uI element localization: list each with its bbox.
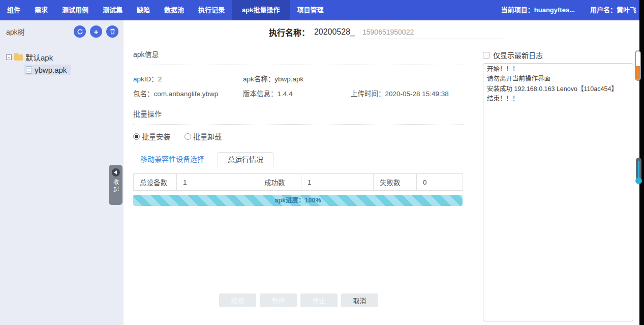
radio-batch-install-label: 批量安装 xyxy=(142,131,170,141)
latest-log-checkbox-row[interactable]: 仅显示最新日志 xyxy=(483,50,633,60)
scrollbar-marker-dot[interactable] xyxy=(635,178,642,184)
refresh-button[interactable] xyxy=(74,25,86,38)
success-count-label: 成功数 xyxy=(258,174,301,191)
progress-label: apk进度：100% xyxy=(274,197,321,204)
current-project-label[interactable]: 当前项目：huangyftes... xyxy=(494,0,582,20)
nav-item-requirements[interactable]: 需求 xyxy=(27,0,55,20)
log-line: 开始！！！ xyxy=(487,65,629,74)
tab-device-selection[interactable]: 移动兼容性设备选择 xyxy=(133,152,211,167)
upload-time-field: 上传时间：2020-05-28 15:49:38 xyxy=(351,88,464,98)
stats-row: 总设备数 1 成功数 1 失败数 0 xyxy=(134,174,463,191)
batch-mode-radios: 批量安装 批量卸载 xyxy=(133,131,464,141)
stats-table: 总设备数 1 成功数 1 失败数 0 xyxy=(133,173,463,191)
tree-node-ybwp-apk[interactable]: ybwp.apk xyxy=(24,65,71,75)
radio-batch-uninstall[interactable]: 批量卸载 xyxy=(185,131,222,141)
execution-name-prefix: 20200528_ xyxy=(314,27,355,37)
failure-count-label: 失败数 xyxy=(374,174,417,191)
action-buttons: 继续 暂停 停止 取消 xyxy=(219,293,378,307)
collapse-label: 收起 xyxy=(112,179,120,194)
log-output[interactable]: 开始！！！ 请勿离开当前操作界面 安装成功 192.168.0.163 Leno… xyxy=(483,63,633,321)
execution-name-label: 执行名称： xyxy=(269,26,310,38)
failure-count-value: 0 xyxy=(417,174,463,191)
spacer xyxy=(351,73,464,83)
top-navbar: 组件 需求 测试用例 测试集 缺陷 数据池 执行记录 apk批量操作 项目管理 … xyxy=(0,0,644,20)
refresh-icon xyxy=(77,28,83,35)
scrollbar-thumb-orange-fill xyxy=(636,66,640,80)
apk-name-field: apk名称：ybwp.apk xyxy=(243,73,351,83)
collapse-arrow-circle xyxy=(112,168,120,176)
log-line: 结束！！！ xyxy=(487,94,629,104)
navbar-right: 当前项目：huangyftes... 用户名：黄叶飞 xyxy=(494,0,644,20)
apk-info-title: apk信息 xyxy=(133,49,464,59)
main-panel: 执行名称： 20200528_ apk信息 apkID：2 apk名称：ybwp… xyxy=(124,20,639,325)
result-tabs: 移动兼容性设备选择 总运行情况 xyxy=(133,151,464,167)
stop-button[interactable]: 停止 xyxy=(300,293,338,307)
radio-batch-install[interactable]: 批量安装 xyxy=(133,131,170,141)
sidebar-header: apk树 + xyxy=(0,20,124,43)
total-devices-value: 1 xyxy=(177,174,258,191)
main-content: apk信息 apkID：2 apk名称：ybwp.apk 包名：com.anba… xyxy=(133,44,464,206)
tab-overall-status[interactable]: 总运行情况 xyxy=(218,152,273,167)
nav-item-apk-batch-ops[interactable]: apk批量操作 xyxy=(232,0,290,20)
add-button[interactable]: + xyxy=(90,25,102,38)
file-icon xyxy=(26,66,32,74)
tree-file-label: ybwp.apk xyxy=(35,66,67,74)
execution-name-header: 执行名称： 20200528_ xyxy=(124,20,503,44)
scrollbar-thumb-orange[interactable] xyxy=(635,50,641,81)
version-field: 版本信息：1.4.4 xyxy=(243,88,351,98)
sidebar-collapse-button[interactable]: 收起 xyxy=(109,165,122,205)
nav-item-execution-records[interactable]: 执行记录 xyxy=(191,0,232,20)
apk-tree: 默认apk ybwp.apk xyxy=(0,43,124,75)
cancel-button[interactable]: 取消 xyxy=(341,293,378,307)
nav-item-components[interactable]: 组件 xyxy=(0,0,27,20)
checkbox-unchecked-icon[interactable] xyxy=(483,52,489,58)
radio-checked-icon[interactable] xyxy=(133,133,140,140)
success-count-value: 1 xyxy=(301,174,374,191)
nav-item-test-sets[interactable]: 测试集 xyxy=(96,0,130,20)
folder-icon xyxy=(14,54,23,61)
arrow-left-icon xyxy=(114,170,117,174)
pause-button[interactable]: 暂停 xyxy=(260,293,297,307)
plus-icon: + xyxy=(94,28,99,36)
nav-item-project-management[interactable]: 项目管理 xyxy=(290,0,331,20)
nav-item-defects[interactable]: 缺陷 xyxy=(130,0,157,20)
radio-unchecked-icon[interactable] xyxy=(185,133,191,140)
trash-icon xyxy=(110,28,115,35)
divider xyxy=(133,65,464,65)
latest-log-checkbox-label: 仅显示最新日志 xyxy=(493,50,543,60)
collapse-minus-icon[interactable] xyxy=(6,54,12,60)
log-line: 安装成功 192.168.0.163 Lenovo【110ac454】 xyxy=(487,84,629,94)
apk-id-field: apkID：2 xyxy=(133,73,243,83)
tree-folder-label: 默认apk xyxy=(25,52,53,63)
apk-tree-sidebar: apk树 + 默认apk ybwp.apk xyxy=(0,20,124,325)
total-devices-label: 总设备数 xyxy=(134,174,177,191)
username-label[interactable]: 用户名：黄叶飞 xyxy=(582,0,644,20)
apk-progress-bar: apk进度：100% xyxy=(133,195,463,206)
apk-info-grid: apkID：2 apk名称：ybwp.apk 包名：com.anbanglife… xyxy=(133,73,464,98)
delete-button[interactable] xyxy=(106,25,118,38)
continue-button[interactable]: 继续 xyxy=(219,293,256,307)
log-line: 请勿离开当前操作界面 xyxy=(487,74,629,84)
execution-name-input[interactable] xyxy=(359,25,503,39)
tree-node-default-apk[interactable]: 默认apk xyxy=(4,51,124,63)
batch-operation-title: 批量操作 xyxy=(133,108,464,119)
divider xyxy=(133,124,464,125)
nav-item-test-cases[interactable]: 测试用例 xyxy=(55,0,96,20)
log-panel: 仅显示最新日志 开始！！！ 请勿离开当前操作界面 安装成功 192.168.0.… xyxy=(483,50,633,321)
nav-item-data-pool[interactable]: 数据池 xyxy=(157,0,191,20)
package-name-field: 包名：com.anbanglife.ybwp xyxy=(133,88,243,98)
radio-batch-uninstall-label: 批量卸载 xyxy=(193,131,222,141)
sidebar-title: apk树 xyxy=(6,26,70,37)
